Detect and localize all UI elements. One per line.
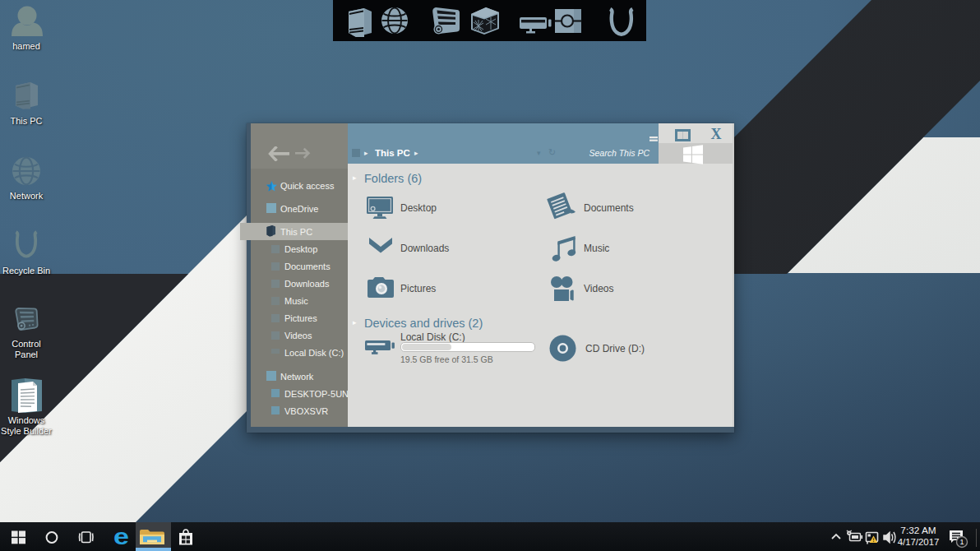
svg-text:4/17/2017: 4/17/2017 — [898, 537, 940, 547]
svg-text:1: 1 — [959, 538, 964, 546]
svg-text:7:32 AM: 7:32 AM — [900, 525, 936, 536]
svg-text:e: e — [113, 525, 129, 550]
